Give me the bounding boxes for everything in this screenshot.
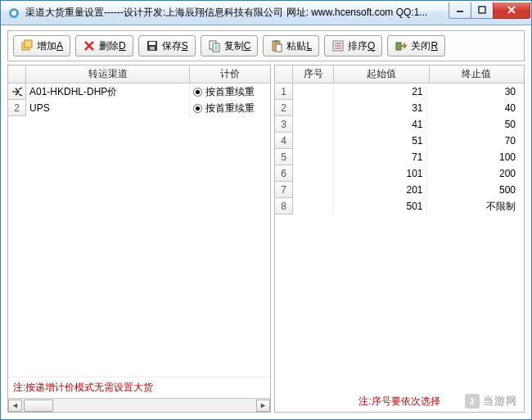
cell-start[interactable]: 21 [334, 84, 427, 100]
row-indicator: 1 [275, 84, 293, 100]
col-pricing[interactable]: 计价 [190, 65, 270, 83]
col-seq[interactable]: 序号 [293, 65, 334, 83]
scroll-left-button[interactable]: ◄ [8, 400, 22, 412]
svg-rect-11 [149, 42, 156, 45]
cell-start[interactable]: 71 [334, 149, 427, 165]
weight-grid-body[interactable]: 1213023140341504517057110061012007201500… [275, 84, 524, 391]
cell-start[interactable]: 41 [334, 116, 427, 133]
row-indicator: 3 [275, 116, 293, 133]
cell-pricing[interactable]: 按首重续重 [190, 84, 270, 100]
col-start[interactable]: 起始值 [334, 65, 430, 83]
cell-channel[interactable]: A01-HKDHL-DHP价 [26, 84, 190, 100]
cell-seq[interactable] [293, 116, 334, 133]
row-indicator: 8 [275, 198, 293, 215]
delete-button[interactable]: 删除D [75, 35, 133, 56]
cell-seq[interactable] [293, 149, 334, 165]
row-indicator: 7 [275, 182, 293, 198]
close-button[interactable]: 关闭R [387, 35, 445, 56]
table-row[interactable]: 23140 [275, 100, 524, 116]
table-row[interactable]: 34150 [275, 116, 524, 133]
cell-start[interactable]: 51 [334, 133, 427, 149]
delete-icon [83, 39, 96, 52]
table-row[interactable]: 8501不限制 [275, 198, 524, 215]
row-indicator [8, 84, 26, 100]
weight-grid-header: 序号 起始值 终止值 [275, 65, 524, 84]
paste-icon [270, 39, 283, 52]
add-icon [20, 39, 34, 52]
row-indicator: 4 [275, 133, 293, 149]
cell-start[interactable]: 201 [334, 182, 427, 198]
titlebar[interactable]: 渠道大货重量设置------设计开发:上海辰翔信息科技有限公司 网址: www.… [1, 1, 531, 25]
cell-end[interactable]: 不限制 [427, 198, 525, 215]
table-row[interactable]: 2UPS按首重续重 [8, 100, 270, 116]
cell-seq[interactable] [293, 100, 334, 116]
cell-end[interactable]: 500 [427, 182, 525, 198]
cell-end[interactable]: 40 [427, 100, 525, 116]
table-row[interactable]: 6101200 [275, 165, 524, 182]
channel-grid-header: 转运渠道 计价 [8, 65, 270, 84]
cell-pricing[interactable]: 按首重续重 [190, 100, 270, 116]
sort-button[interactable]: 排序Q [324, 35, 382, 56]
window-controls [449, 2, 530, 19]
radio-selected-icon[interactable] [193, 104, 202, 113]
cell-channel[interactable]: UPS [26, 100, 190, 116]
save-icon [146, 39, 159, 52]
cell-seq[interactable] [293, 84, 334, 100]
add-button[interactable]: 增加A [13, 35, 70, 56]
copy-icon [208, 39, 221, 52]
svg-point-1 [11, 11, 16, 16]
row-indicator: 5 [275, 149, 293, 165]
table-row[interactable]: 7201500 [275, 182, 524, 198]
window-title: 渠道大货重量设置------设计开发:上海辰翔信息科技有限公司 网址: www.… [25, 6, 449, 20]
table-row[interactable]: 571100 [275, 149, 524, 165]
col-channel[interactable]: 转运渠道 [26, 65, 190, 83]
close-window-button[interactable] [493, 2, 530, 19]
svg-rect-20 [276, 44, 282, 52]
app-icon [7, 7, 20, 20]
svg-rect-7 [25, 40, 32, 47]
scroll-thumb[interactable] [24, 400, 53, 412]
cell-end[interactable]: 200 [427, 165, 525, 182]
paste-button[interactable]: 粘贴L [263, 35, 319, 56]
minimize-button[interactable] [449, 2, 471, 19]
radio-selected-icon[interactable] [193, 88, 202, 97]
cell-seq[interactable] [293, 182, 334, 198]
weight-panel: 序号 起始值 终止值 12130231403415045170571100610… [274, 65, 525, 413]
hscrollbar[interactable]: ◄ ► [8, 398, 270, 412]
save-button[interactable]: 保存S [138, 35, 196, 56]
row-indicator: 2 [8, 100, 26, 116]
table-row[interactable]: 12130 [275, 84, 524, 100]
cell-seq[interactable] [293, 165, 334, 182]
cell-seq[interactable] [293, 198, 334, 215]
maximize-button[interactable] [471, 2, 494, 19]
cell-start[interactable]: 501 [334, 198, 427, 215]
cell-end[interactable]: 30 [427, 84, 525, 100]
cell-start[interactable]: 31 [334, 100, 427, 116]
cell-start[interactable]: 101 [334, 165, 427, 182]
copy-button[interactable]: 复制C [201, 35, 259, 56]
svg-rect-3 [479, 7, 485, 13]
scroll-track[interactable] [22, 400, 256, 412]
channel-grid-body[interactable]: A01-HKDHL-DHP价按首重续重2UPS按首重续重 [8, 84, 270, 377]
col-end[interactable]: 终止值 [430, 65, 525, 83]
row-indicator: 6 [275, 165, 293, 182]
cell-end[interactable]: 100 [427, 149, 525, 165]
table-row[interactable]: A01-HKDHL-DHP价按首重续重 [8, 84, 270, 100]
cell-seq[interactable] [293, 133, 334, 149]
table-row[interactable]: 45170 [275, 133, 524, 149]
app-window: 渠道大货重量设置------设计开发:上海辰翔信息科技有限公司 网址: www.… [0, 0, 532, 420]
content-area: 转运渠道 计价 A01-HKDHL-DHP价按首重续重2UPS按首重续重 注:按… [1, 65, 531, 419]
right-note: 注:序号要依次选择 [275, 391, 524, 412]
svg-rect-25 [396, 43, 401, 50]
toolbar-container: 增加A 删除D 保存S 复制C [1, 25, 531, 65]
scroll-right-button[interactable]: ► [256, 400, 270, 412]
close-icon [394, 39, 408, 52]
row-indicator: 2 [275, 100, 293, 116]
current-row-icon [11, 87, 23, 97]
row-indicator-header [275, 65, 293, 83]
svg-rect-19 [274, 40, 278, 43]
sort-icon [331, 39, 345, 52]
cell-end[interactable]: 70 [427, 133, 525, 149]
cell-end[interactable]: 50 [427, 116, 525, 133]
row-indicator-header [8, 65, 26, 83]
